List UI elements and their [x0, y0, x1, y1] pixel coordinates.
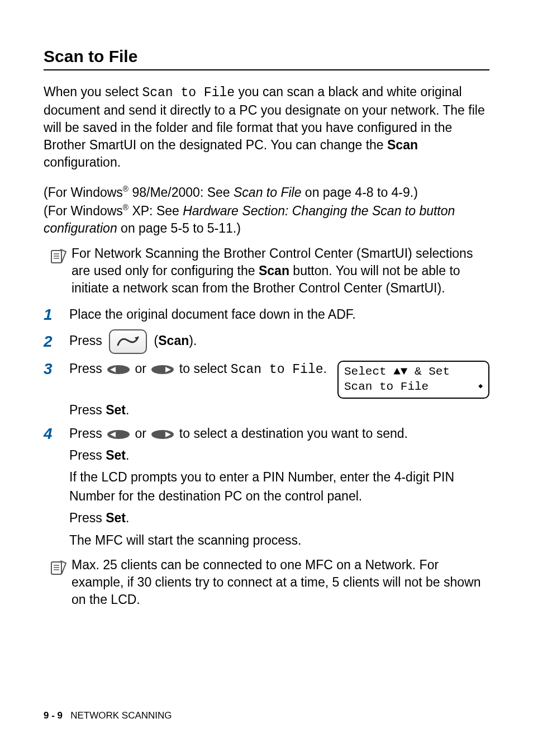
text: Press	[69, 333, 106, 348]
note-icon	[49, 247, 72, 267]
text: .	[126, 448, 129, 462]
intro-paragraph: When you select Scan to File you can sca…	[44, 83, 489, 171]
text: When you select	[44, 84, 142, 99]
svg-rect-13	[51, 562, 61, 574]
section-heading: Scan to File	[44, 47, 489, 70]
bold-text: Scan	[387, 138, 418, 152]
note-text: Max. 25 clients can be connected to one …	[72, 556, 489, 608]
text: 98/Me/2000: See	[129, 185, 234, 200]
text: Press	[69, 448, 106, 462]
text: Press	[69, 361, 106, 376]
right-arrow-icon	[151, 429, 174, 440]
step-2: 2 Press (Scan).	[44, 329, 489, 354]
text: .	[126, 403, 129, 417]
chapter-title: NETWORK SCANNING	[63, 710, 172, 721]
final-text: The MFC will start the scanning process.	[69, 531, 489, 550]
text: to select a destination you want to send…	[179, 426, 408, 441]
step-text: Place the original document face down in…	[69, 305, 489, 324]
text: .	[323, 361, 327, 376]
text: (For Windows	[44, 204, 123, 218]
xref-line-1: (For Windows® 98/Me/2000: See Scan to Fi…	[44, 184, 489, 201]
updown-indicator-icon: ◆	[478, 382, 483, 391]
text: to select	[179, 361, 231, 376]
lcd-display: Select ▲▼ & Set Scan to File ◆	[337, 361, 489, 399]
text: Press	[69, 403, 106, 417]
lcd-line-2: Scan to File	[344, 379, 429, 394]
step-number: 3	[44, 360, 69, 378]
page-number: 9 - 9	[44, 710, 63, 721]
text: on page 4-8 to 4-9.)	[301, 185, 417, 200]
text: Press	[69, 426, 106, 441]
text: XP: See	[129, 204, 183, 218]
scan-hardware-button	[109, 329, 147, 354]
text: (For Windows	[44, 185, 123, 200]
text: .	[126, 511, 129, 525]
registered-mark: ®	[123, 204, 129, 212]
code-text: Scan to File	[231, 362, 323, 377]
step-4: 4 Press or to select a destination you w…	[44, 424, 489, 550]
step-3: 3 Select ▲▼ & Set Scan to File ◆ Press o…	[44, 360, 489, 420]
page-footer: 9 - 9 NETWORK SCANNING	[44, 710, 172, 721]
left-arrow-icon	[107, 429, 130, 440]
text: on page 5-5 to 5-11.)	[117, 221, 241, 235]
note-1: For Network Scanning the Brother Control…	[49, 245, 489, 297]
bold-text: Set	[106, 511, 126, 525]
bold-text: Scan	[259, 263, 289, 278]
pin-text: If the LCD prompts you to enter a PIN Nu…	[69, 468, 489, 505]
bold-text: Set	[106, 448, 126, 462]
step-number: 1	[44, 305, 69, 324]
right-arrow-icon	[151, 365, 174, 375]
step-1: 1 Place the original document face down …	[44, 305, 489, 324]
svg-rect-0	[51, 251, 61, 263]
text: or	[135, 361, 150, 376]
text: configuration.	[44, 155, 121, 169]
bold-text: Set	[106, 403, 126, 417]
registered-mark: ®	[123, 186, 129, 194]
crossref-link[interactable]: Scan to File	[234, 185, 301, 200]
xref-line-2: (For Windows® XP: See Hardware Section: …	[44, 202, 489, 237]
code-text: Scan to File	[142, 86, 235, 100]
text: ).	[189, 333, 197, 348]
text: or	[135, 426, 150, 441]
step-number: 2	[44, 332, 69, 351]
note-2: Max. 25 clients can be connected to one …	[49, 556, 489, 608]
lcd-line-1: Select ▲▼ & Set	[344, 364, 450, 379]
bold-text: Scan	[158, 333, 189, 348]
left-arrow-icon	[107, 365, 130, 375]
text: Press	[69, 511, 106, 525]
note-icon	[49, 559, 72, 579]
step-number: 4	[44, 424, 69, 443]
